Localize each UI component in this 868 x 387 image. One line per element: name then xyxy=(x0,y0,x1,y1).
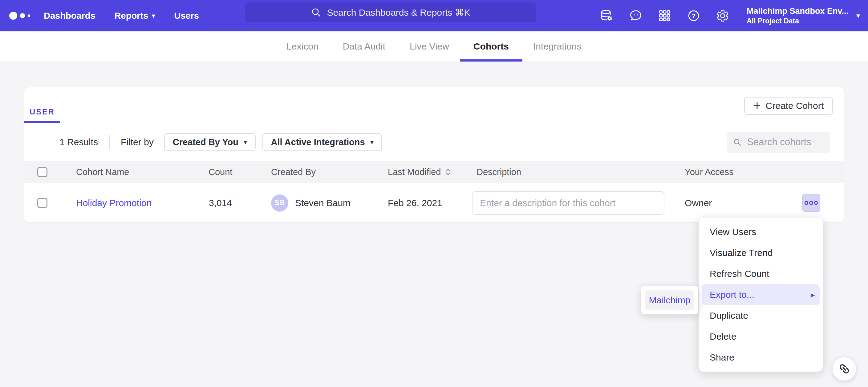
submenu-item-mailchimp[interactable]: Mailchimp xyxy=(645,290,694,310)
row-checkbox[interactable] xyxy=(37,198,48,208)
nav-item-reports[interactable]: Reports ▾ xyxy=(115,11,155,21)
row-context-menu: View Users Visualize Trend Refresh Count… xyxy=(699,218,823,372)
svg-text:?: ? xyxy=(692,12,696,20)
menu-item-view-users[interactable]: View Users xyxy=(699,221,823,242)
link-icon xyxy=(835,360,853,378)
row-more-options-button[interactable] xyxy=(802,194,820,212)
column-header-count: Count xyxy=(209,167,232,177)
column-header-created-by: Created By xyxy=(232,167,388,177)
nav-item-users[interactable]: Users xyxy=(174,11,199,21)
cohorts-panel: USER + Create Cohort 1 Results Filter by… xyxy=(24,87,844,223)
search-icon xyxy=(733,137,741,147)
export-submenu: Mailchimp xyxy=(641,286,698,314)
section-tabbar: Lexicon Data Audit Live View Cohorts Int… xyxy=(0,31,868,62)
column-header-last-modified[interactable]: Last Modified xyxy=(388,167,472,177)
created-by-name: Steven Baum xyxy=(295,198,350,208)
tab-integrations[interactable]: Integrations xyxy=(533,31,582,62)
nav-item-label: Reports xyxy=(115,11,149,21)
chevron-down-icon: ▾ xyxy=(244,139,247,145)
chevron-down-icon: ▾ xyxy=(152,12,155,19)
tab-data-audit[interactable]: Data Audit xyxy=(343,31,385,62)
integrations-filter-dropdown[interactable]: All Active Integrations ▾ xyxy=(262,133,382,151)
create-cohort-label: Create Cohort xyxy=(766,101,824,111)
divider xyxy=(109,135,110,149)
primary-nav: Dashboards Reports ▾ Users xyxy=(44,11,199,21)
filter-by-label: Filter by xyxy=(121,137,154,147)
menu-item-export-to[interactable]: Export to... ▸ xyxy=(702,284,819,305)
menu-item-visualize-trend[interactable]: Visualize Trend xyxy=(699,242,823,263)
project-selector[interactable]: Mailchimp Sandbox Env... All Project Dat… xyxy=(747,6,860,25)
last-modified-date: Feb 26, 2021 xyxy=(388,198,472,208)
access-level: Owner xyxy=(685,198,712,208)
cohort-search-box xyxy=(726,132,830,153)
results-count: 1 Results xyxy=(59,137,98,147)
help-icon[interactable]: ? xyxy=(687,9,701,23)
submenu-arrow-icon: ▸ xyxy=(811,290,815,300)
feedback-icon[interactable] xyxy=(629,9,643,23)
cohort-table-header: Cohort Name Count Created By Last Modifi… xyxy=(24,161,844,183)
menu-item-duplicate[interactable]: Duplicate xyxy=(699,305,823,326)
nav-item-label: Dashboards xyxy=(44,11,95,21)
select-all-checkbox[interactable] xyxy=(37,167,48,177)
cohort-count: 3,014 xyxy=(209,198,232,208)
sort-icon xyxy=(445,168,451,176)
settings-gear-icon[interactable] xyxy=(716,9,730,23)
cohort-search-input[interactable] xyxy=(746,136,824,148)
cohort-name-link[interactable]: Holiday Promotion xyxy=(76,198,152,208)
nav-item-label: Users xyxy=(174,11,199,21)
column-header-your-access: Your Access xyxy=(664,167,844,177)
tab-lexicon[interactable]: Lexicon xyxy=(286,31,318,62)
create-cohort-button[interactable]: + Create Cohort xyxy=(744,97,833,115)
chevron-down-icon: ▾ xyxy=(371,139,374,145)
mixpanel-logo-icon[interactable] xyxy=(9,12,30,20)
tab-user-cohorts[interactable]: USER xyxy=(24,103,60,123)
global-search-placeholder: Search Dashboards & Reports ⌘K xyxy=(327,7,470,18)
topnav-right-group: ? Mailchimp Sandbox Env... All Project D… xyxy=(600,0,860,31)
data-management-icon[interactable] xyxy=(600,9,614,23)
cohort-table-row: Holiday Promotion 3,014 SB Steven Baum F… xyxy=(24,183,844,222)
menu-item-share[interactable]: Share xyxy=(699,347,823,368)
avatar: SB xyxy=(271,195,288,212)
tab-cohorts[interactable]: Cohorts xyxy=(473,31,509,62)
column-header-description: Description xyxy=(472,167,664,177)
filter-toolbar: 1 Results Filter by Created By You ▾ All… xyxy=(24,123,844,161)
project-name: Mailchimp Sandbox Env... xyxy=(747,6,848,16)
tab-live-view[interactable]: Live View xyxy=(410,31,449,62)
chevron-down-icon: ▾ xyxy=(856,12,860,20)
menu-item-refresh-count[interactable]: Refresh Count xyxy=(699,263,823,284)
column-header-cohort-name: Cohort Name xyxy=(76,167,209,177)
created-by-filter-dropdown[interactable]: Created By You ▾ xyxy=(164,133,256,151)
global-search-bar[interactable]: Search Dashboards & Reports ⌘K xyxy=(245,2,536,22)
cohorts-panel-header: USER + Create Cohort xyxy=(24,87,844,123)
ellipsis-icon xyxy=(805,201,808,205)
project-scope: All Project Data xyxy=(747,17,848,25)
copy-link-button[interactable] xyxy=(832,356,857,381)
nav-item-dashboards[interactable]: Dashboards xyxy=(44,11,95,21)
menu-item-delete[interactable]: Delete xyxy=(699,326,823,347)
top-navigation: Dashboards Reports ▾ Users Search Dashbo… xyxy=(0,0,868,31)
search-icon xyxy=(311,7,321,17)
apps-grid-icon[interactable] xyxy=(658,9,672,23)
cohort-description-input[interactable] xyxy=(472,191,664,215)
app-root: Dashboards Reports ▾ Users Search Dashbo… xyxy=(0,0,868,387)
